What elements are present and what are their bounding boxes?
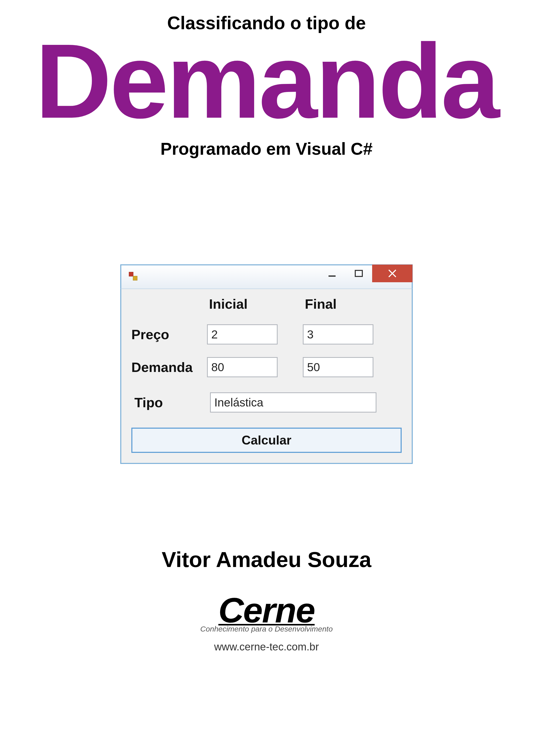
app-icon — [129, 272, 139, 282]
column-header-final: Final — [303, 296, 388, 312]
demand-label: Demanda — [131, 359, 207, 375]
author-name: Vitor Amadeu Souza — [0, 547, 533, 572]
calculate-button[interactable]: Calcular — [131, 428, 402, 453]
maximize-button[interactable] — [346, 265, 372, 282]
demand-final-input[interactable] — [303, 357, 374, 377]
brand-url: www.cerne-tec.com.br — [0, 641, 533, 653]
svg-rect-0 — [328, 276, 336, 277]
price-label: Preço — [131, 327, 207, 342]
price-initial-input[interactable] — [207, 324, 278, 344]
brand-logo: Cerne Conhecimento para o Desenvolviment… — [0, 595, 533, 653]
column-header-initial: Inicial — [207, 296, 303, 312]
type-result-input[interactable] — [210, 392, 377, 413]
app-window: Inicial Final Preço Demanda Tipo Calcula… — [120, 264, 413, 464]
price-final-input[interactable] — [303, 324, 374, 344]
type-label: Tipo — [131, 395, 201, 410]
minimize-button[interactable] — [319, 265, 346, 282]
close-icon — [387, 268, 398, 279]
main-title: Demanda — [0, 31, 533, 131]
window-body: Inicial Final Preço Demanda Tipo Calcula… — [120, 288, 413, 464]
brand-name: Cerne — [218, 595, 315, 626]
window-titlebar — [120, 264, 413, 288]
svg-rect-1 — [355, 270, 362, 277]
maximize-icon — [354, 268, 364, 279]
subtitle-bottom: Programado em Visual C# — [0, 139, 533, 158]
close-button[interactable] — [372, 265, 412, 282]
brand-tagline: Conhecimento para o Desenvolvimento — [0, 625, 533, 633]
demand-initial-input[interactable] — [207, 357, 278, 377]
minimize-icon — [327, 268, 337, 279]
